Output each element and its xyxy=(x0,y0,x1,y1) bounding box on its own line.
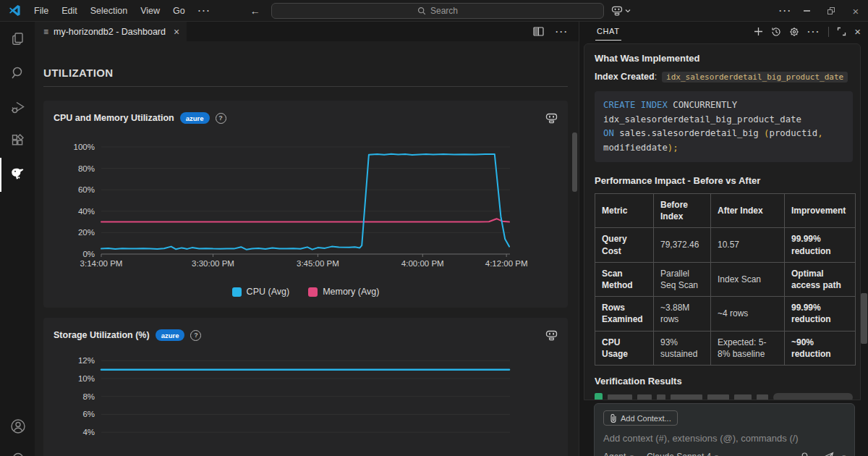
svg-text:6%: 6% xyxy=(82,410,95,418)
chat-input-placeholder[interactable]: Add context (#), extensions (@), command… xyxy=(603,433,846,444)
message-heading: Performance Impact - Before vs After xyxy=(595,175,853,186)
tools-icon[interactable] xyxy=(801,452,812,456)
menu-go[interactable]: Go xyxy=(167,4,191,18)
menu-bar: File Edit Selection View Go ··· xyxy=(28,4,217,18)
tab-bar: ≡ my-horizondb2 - Dashboard × ··· xyxy=(35,22,579,41)
chart-legend: CPU (Avg) Memory (Avg) xyxy=(54,284,558,299)
menu-selection[interactable]: Selection xyxy=(85,4,133,18)
section-title: UTILIZATION xyxy=(43,67,568,79)
explorer-icon[interactable] xyxy=(0,22,35,56)
editor-scrollbar[interactable] xyxy=(572,132,577,192)
menu-overflow-icon[interactable]: ··· xyxy=(192,4,217,18)
menu-file[interactable]: File xyxy=(28,4,54,18)
editor-more-icon[interactable]: ··· xyxy=(556,27,569,37)
chat-message: What Was Implemented Index Created: idx_… xyxy=(584,43,861,400)
search-icon xyxy=(417,7,426,15)
svg-text:3:30:00 PM: 3:30:00 PM xyxy=(192,259,234,268)
help-icon[interactable]: ? xyxy=(190,330,201,341)
history-icon[interactable] xyxy=(771,27,781,37)
svg-text:60%: 60% xyxy=(78,185,95,194)
section-divider xyxy=(43,86,568,87)
agent-mode-picker[interactable]: Agent xyxy=(603,452,626,456)
chat-scrollbar[interactable] xyxy=(861,293,867,344)
azure-badge: azure xyxy=(156,329,185,341)
copilot-icon[interactable] xyxy=(545,113,558,124)
dashboard-file-icon: ≡ xyxy=(43,27,48,37)
titlebar: File Edit Selection View Go ··· ← → Sear… xyxy=(0,0,868,22)
chat-input-box[interactable]: Add Context... Add context (#), extensio… xyxy=(594,403,855,456)
performance-table: Metric Before Index After Index Improvem… xyxy=(595,193,856,366)
svg-text:4%: 4% xyxy=(82,428,95,436)
vscode-logo-icon xyxy=(9,4,21,17)
search-sidebar-icon[interactable] xyxy=(0,56,35,90)
account-icon[interactable] xyxy=(0,409,35,443)
close-window-icon[interactable]: × xyxy=(843,0,868,22)
back-icon[interactable]: ← xyxy=(250,5,260,17)
storage-chart: 4%6%8%10%12% xyxy=(54,348,558,456)
tab-close-icon[interactable]: × xyxy=(174,26,179,38)
svg-text:3:14:00 PM: 3:14:00 PM xyxy=(80,259,123,268)
verification-item-clipped xyxy=(595,393,853,400)
minimize-icon[interactable] xyxy=(794,0,819,22)
chevron-down-icon: ▾ xyxy=(715,453,718,456)
azure-badge: azure xyxy=(180,112,210,124)
svg-text:4:12:00 PM: 4:12:00 PM xyxy=(485,259,528,268)
table-header-row: Metric Before Index After Index Improvem… xyxy=(595,194,856,228)
svg-text:8%: 8% xyxy=(82,392,95,401)
svg-text:4:00:00 PM: 4:00:00 PM xyxy=(401,259,444,268)
titlebar-more-icon[interactable]: ··· xyxy=(779,0,792,22)
activity-bar xyxy=(0,22,35,456)
restore-icon[interactable] xyxy=(819,0,843,22)
model-picker[interactable]: Claude Sonnet 4 xyxy=(647,452,711,456)
editor-region: ≡ my-horizondb2 - Dashboard × ··· UTILIZ… xyxy=(35,22,579,456)
code-block: CREATE INDEX CONCURRENTLYidx_salesorderd… xyxy=(595,91,853,162)
settings-gear-icon[interactable] xyxy=(789,27,799,37)
index-name-chip: idx_salesorderdetail_big_product_date xyxy=(662,72,848,83)
svg-text:40%: 40% xyxy=(78,207,95,216)
cpu-memory-card: CPU and Memory Utilization azure ? 0%20%… xyxy=(43,101,568,308)
check-icon xyxy=(595,393,603,400)
clipped-pill xyxy=(773,393,853,400)
search-placeholder: Search xyxy=(430,6,458,16)
memory-swatch xyxy=(308,287,318,297)
chat-more-icon[interactable]: ··· xyxy=(807,27,820,37)
run-debug-icon[interactable] xyxy=(0,90,35,124)
chevron-down-icon: ▾ xyxy=(842,453,846,456)
svg-text:12%: 12% xyxy=(78,356,95,365)
copilot-titlebar-button[interactable] xyxy=(611,3,631,19)
message-heading: What Was Implemented xyxy=(595,53,853,64)
chat-input-area: Add Context... Add context (#), extensio… xyxy=(579,401,868,456)
svg-text:100%: 100% xyxy=(74,143,95,151)
close-panel-icon[interactable]: × xyxy=(854,25,861,38)
menu-view[interactable]: View xyxy=(135,4,166,18)
cpu-memory-chart: 0%20%40%60%80%100%3:14:00 PM3:30:00 PM3:… xyxy=(54,131,558,276)
legend-memory: Memory (Avg) xyxy=(308,287,379,297)
send-icon[interactable] xyxy=(823,452,835,456)
settings-gear-icon[interactable] xyxy=(0,443,35,456)
postgresql-elephant-icon[interactable] xyxy=(0,158,35,192)
copilot-icon[interactable] xyxy=(545,330,558,341)
storage-card-title: Storage Utilization (%) xyxy=(54,330,150,340)
tab-chat[interactable]: CHAT xyxy=(595,23,621,41)
maximize-panel-icon[interactable] xyxy=(837,27,846,36)
add-context-button[interactable]: Add Context... xyxy=(603,410,678,426)
svg-text:3:45:00 PM: 3:45:00 PM xyxy=(297,259,339,268)
svg-text:0%: 0% xyxy=(82,250,95,258)
new-chat-icon[interactable] xyxy=(754,27,763,36)
divider xyxy=(828,27,829,37)
chat-panel: CHAT ··· × What Was Implemented xyxy=(579,22,868,456)
tab-dashboard[interactable]: ≡ my-horizondb2 - Dashboard × xyxy=(35,22,187,41)
split-editor-icon[interactable] xyxy=(533,27,544,36)
command-center-search[interactable]: Search xyxy=(271,3,604,19)
table-row: Query Cost 79,372.46 10.57 99.99% reduct… xyxy=(595,228,856,262)
help-icon[interactable]: ? xyxy=(216,113,226,124)
copilot-icon xyxy=(611,6,623,16)
table-row: Scan Method Parallel Seq Scan Index Scan… xyxy=(595,262,856,296)
tab-title: my-horizondb2 - Dashboard xyxy=(54,27,166,37)
svg-text:20%: 20% xyxy=(78,228,95,237)
message-heading: Verification Results xyxy=(595,376,853,387)
menu-edit[interactable]: Edit xyxy=(56,4,83,18)
chat-header: CHAT ··· × xyxy=(579,22,868,41)
legend-cpu: CPU (Avg) xyxy=(232,287,290,297)
extensions-icon[interactable] xyxy=(0,124,35,158)
